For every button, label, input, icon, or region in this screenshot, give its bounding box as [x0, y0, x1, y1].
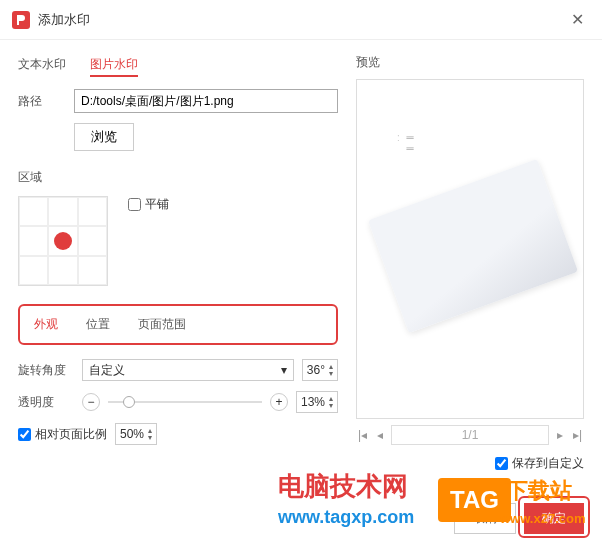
prev-page-icon[interactable]: ◂: [375, 426, 385, 444]
opacity-slider[interactable]: [108, 401, 262, 403]
relative-value-spinner[interactable]: 50% ▴▾: [115, 423, 157, 445]
chevron-down-icon: ▾: [281, 363, 287, 377]
close-icon[interactable]: ✕: [565, 8, 590, 31]
path-input[interactable]: [74, 89, 338, 113]
window-title: 添加水印: [38, 11, 90, 29]
selected-dot-icon: [54, 232, 72, 250]
page-nav: |◂ ◂ 1/1 ▸ ▸|: [356, 425, 584, 445]
relative-checkbox-input[interactable]: [18, 428, 31, 441]
tab-position[interactable]: 位置: [86, 316, 110, 333]
grid-cell[interactable]: [78, 226, 107, 255]
opacity-minus-button[interactable]: −: [82, 393, 100, 411]
grid-cell-center[interactable]: [48, 226, 77, 255]
grid-cell[interactable]: [19, 256, 48, 285]
titlebar: 添加水印 ✕: [0, 0, 602, 40]
preview-marks: : ═ ═: [397, 132, 416, 154]
next-page-icon[interactable]: ▸: [555, 426, 565, 444]
watermark-type-tabs: 文本水印 图片水印: [18, 54, 338, 77]
tab-text-watermark[interactable]: 文本水印: [18, 54, 66, 77]
save-custom-input[interactable]: [495, 457, 508, 470]
tab-image-watermark[interactable]: 图片水印: [90, 54, 138, 77]
sub-tabs: 外观 位置 页面范围: [18, 304, 338, 345]
footer-buttons: 取消 确定: [454, 503, 584, 534]
preview-area: : ═ ═: [356, 79, 584, 419]
save-custom-label: 保存到自定义: [512, 455, 584, 472]
rotate-value: 36°: [307, 363, 325, 377]
grid-cell[interactable]: [78, 256, 107, 285]
tab-appearance[interactable]: 外观: [34, 316, 58, 333]
cancel-button[interactable]: 取消: [454, 503, 516, 534]
tile-label: 平铺: [145, 196, 169, 213]
rotate-mode-value: 自定义: [89, 362, 125, 379]
last-page-icon[interactable]: ▸|: [571, 426, 584, 444]
path-label: 路径: [18, 93, 74, 110]
ok-button[interactable]: 确定: [524, 503, 584, 534]
watermark-preview-image: [368, 159, 578, 333]
first-page-icon[interactable]: |◂: [356, 426, 369, 444]
spin-down-icon[interactable]: ▾: [329, 402, 333, 409]
opacity-plus-button[interactable]: +: [270, 393, 288, 411]
relative-value: 50%: [120, 427, 144, 441]
grid-cell[interactable]: [19, 226, 48, 255]
tile-checkbox-input[interactable]: [128, 198, 141, 211]
app-icon: [12, 11, 30, 29]
region-label: 区域: [18, 169, 338, 186]
browse-button[interactable]: 浏览: [74, 123, 134, 151]
slider-thumb[interactable]: [123, 396, 135, 408]
opacity-value: 13%: [301, 395, 325, 409]
overlay-text-2: www.tagxp.com: [278, 507, 414, 528]
preview-label: 预览: [356, 54, 584, 71]
relative-checkbox[interactable]: 相对页面比例: [18, 426, 107, 443]
grid-cell[interactable]: [48, 256, 77, 285]
rotate-mode-select[interactable]: 自定义 ▾: [82, 359, 294, 381]
tile-checkbox[interactable]: 平铺: [128, 196, 169, 213]
grid-cell[interactable]: [19, 197, 48, 226]
tab-page-range[interactable]: 页面范围: [138, 316, 186, 333]
spin-down-icon[interactable]: ▾: [329, 370, 333, 377]
spin-down-icon[interactable]: ▾: [148, 434, 152, 441]
rotate-label: 旋转角度: [18, 362, 74, 379]
grid-cell[interactable]: [48, 197, 77, 226]
preview-page: : ═ ═: [373, 96, 567, 402]
relative-label: 相对页面比例: [35, 426, 107, 443]
opacity-value-spinner[interactable]: 13% ▴▾: [296, 391, 338, 413]
opacity-label: 透明度: [18, 394, 74, 411]
save-custom-checkbox[interactable]: 保存到自定义: [356, 455, 584, 472]
rotate-value-spinner[interactable]: 36° ▴▾: [302, 359, 338, 381]
page-number: 1/1: [391, 425, 549, 445]
position-grid[interactable]: [18, 196, 108, 286]
grid-cell[interactable]: [78, 197, 107, 226]
